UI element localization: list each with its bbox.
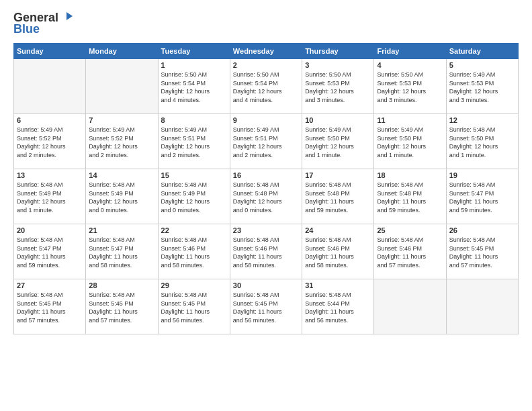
day-cell-2: 2Sunrise: 5:50 AM Sunset: 5:54 PM Daylig…: [230, 59, 302, 114]
day-number: 23: [233, 226, 299, 234]
day-cell-27: 27Sunrise: 5:48 AM Sunset: 5:45 PM Dayli…: [14, 279, 86, 334]
day-info: Sunrise: 5:48 AM Sunset: 5:49 PM Dayligh…: [161, 181, 227, 214]
day-info: Sunrise: 5:48 AM Sunset: 5:48 PM Dayligh…: [233, 181, 299, 214]
day-cell-31: 31Sunrise: 5:48 AM Sunset: 5:44 PM Dayli…: [302, 279, 374, 334]
day-info: Sunrise: 5:48 AM Sunset: 5:44 PM Dayligh…: [305, 291, 371, 324]
logo-flag-icon: [60, 11, 73, 23]
day-cell-14: 14Sunrise: 5:48 AM Sunset: 5:49 PM Dayli…: [86, 169, 158, 224]
day-number: 18: [377, 171, 443, 179]
day-number: 22: [161, 226, 227, 234]
day-info: Sunrise: 5:48 AM Sunset: 5:49 PM Dayligh…: [89, 181, 154, 214]
day-cell-21: 21Sunrise: 5:48 AM Sunset: 5:47 PM Dayli…: [86, 224, 158, 279]
day-number: 10: [305, 116, 371, 124]
day-cell-17: 17Sunrise: 5:48 AM Sunset: 5:48 PM Dayli…: [302, 169, 374, 224]
page: General Blue SundayMondayTuesdayWednesda…: [0, 0, 532, 411]
day-cell-26: 26Sunrise: 5:48 AM Sunset: 5:45 PM Dayli…: [446, 224, 518, 279]
day-info: Sunrise: 5:49 AM Sunset: 5:51 PM Dayligh…: [161, 126, 227, 159]
day-cell-5: 5Sunrise: 5:49 AM Sunset: 5:53 PM Daylig…: [446, 59, 518, 114]
day-cell-11: 11Sunrise: 5:49 AM Sunset: 5:50 PM Dayli…: [374, 114, 446, 169]
weekday-monday: Monday: [86, 44, 158, 59]
week-row-2: 6Sunrise: 5:49 AM Sunset: 5:52 PM Daylig…: [14, 114, 519, 169]
day-number: 28: [89, 281, 154, 289]
day-info: Sunrise: 5:48 AM Sunset: 5:45 PM Dayligh…: [449, 236, 515, 269]
logo-blue: Blue: [13, 22, 40, 36]
day-cell-8: 8Sunrise: 5:49 AM Sunset: 5:51 PM Daylig…: [158, 114, 230, 169]
day-number: 9: [233, 116, 299, 124]
day-number: 24: [305, 226, 371, 234]
day-number: 15: [161, 171, 227, 179]
day-info: Sunrise: 5:49 AM Sunset: 5:53 PM Dayligh…: [449, 71, 515, 104]
day-cell-23: 23Sunrise: 5:48 AM Sunset: 5:46 PM Dayli…: [230, 224, 302, 279]
day-number: 11: [377, 116, 443, 124]
day-cell-19: 19Sunrise: 5:48 AM Sunset: 5:47 PM Dayli…: [446, 169, 518, 224]
day-number: 20: [17, 226, 83, 234]
day-number: 6: [17, 116, 83, 124]
day-cell-28: 28Sunrise: 5:48 AM Sunset: 5:45 PM Dayli…: [86, 279, 158, 334]
day-cell-24: 24Sunrise: 5:48 AM Sunset: 5:46 PM Dayli…: [302, 224, 374, 279]
day-number: 3: [305, 61, 371, 69]
day-cell-22: 22Sunrise: 5:48 AM Sunset: 5:46 PM Dayli…: [158, 224, 230, 279]
day-info: Sunrise: 5:50 AM Sunset: 5:53 PM Dayligh…: [305, 71, 371, 104]
day-info: Sunrise: 5:48 AM Sunset: 5:50 PM Dayligh…: [449, 126, 515, 159]
day-cell-20: 20Sunrise: 5:48 AM Sunset: 5:47 PM Dayli…: [14, 224, 86, 279]
day-cell-18: 18Sunrise: 5:48 AM Sunset: 5:48 PM Dayli…: [374, 169, 446, 224]
day-number: 1: [161, 61, 227, 69]
day-number: 14: [89, 171, 154, 179]
day-info: Sunrise: 5:50 AM Sunset: 5:53 PM Dayligh…: [377, 71, 443, 104]
day-info: Sunrise: 5:50 AM Sunset: 5:54 PM Dayligh…: [233, 71, 299, 104]
day-cell-15: 15Sunrise: 5:48 AM Sunset: 5:49 PM Dayli…: [158, 169, 230, 224]
day-info: Sunrise: 5:48 AM Sunset: 5:49 PM Dayligh…: [17, 181, 83, 214]
day-info: Sunrise: 5:50 AM Sunset: 5:54 PM Dayligh…: [161, 71, 227, 104]
day-info: Sunrise: 5:48 AM Sunset: 5:46 PM Dayligh…: [305, 236, 371, 269]
day-info: Sunrise: 5:48 AM Sunset: 5:45 PM Dayligh…: [17, 291, 83, 324]
day-number: 7: [89, 116, 154, 124]
day-cell-1: 1Sunrise: 5:50 AM Sunset: 5:54 PM Daylig…: [158, 59, 230, 114]
day-cell-4: 4Sunrise: 5:50 AM Sunset: 5:53 PM Daylig…: [374, 59, 446, 114]
day-info: Sunrise: 5:48 AM Sunset: 5:45 PM Dayligh…: [161, 291, 227, 324]
week-row-4: 20Sunrise: 5:48 AM Sunset: 5:47 PM Dayli…: [14, 224, 519, 279]
weekday-sunday: Sunday: [14, 44, 86, 59]
day-info: Sunrise: 5:48 AM Sunset: 5:46 PM Dayligh…: [377, 236, 443, 269]
day-number: 8: [161, 116, 227, 124]
svg-marker-0: [66, 12, 73, 20]
weekday-tuesday: Tuesday: [158, 44, 230, 59]
day-cell-7: 7Sunrise: 5:49 AM Sunset: 5:52 PM Daylig…: [86, 114, 158, 169]
day-cell-30: 30Sunrise: 5:48 AM Sunset: 5:45 PM Dayli…: [230, 279, 302, 334]
day-number: 29: [161, 281, 227, 289]
day-number: 17: [305, 171, 371, 179]
day-info: Sunrise: 5:49 AM Sunset: 5:50 PM Dayligh…: [305, 126, 371, 159]
week-row-3: 13Sunrise: 5:48 AM Sunset: 5:49 PM Dayli…: [14, 169, 519, 224]
day-number: 2: [233, 61, 299, 69]
week-row-5: 27Sunrise: 5:48 AM Sunset: 5:45 PM Dayli…: [14, 279, 519, 334]
weekday-wednesday: Wednesday: [230, 44, 302, 59]
day-info: Sunrise: 5:49 AM Sunset: 5:52 PM Dayligh…: [89, 126, 154, 159]
day-cell-29: 29Sunrise: 5:48 AM Sunset: 5:45 PM Dayli…: [158, 279, 230, 334]
day-number: 16: [233, 171, 299, 179]
day-number: 21: [89, 226, 154, 234]
weekday-friday: Friday: [374, 44, 446, 59]
day-number: 13: [17, 171, 83, 179]
logo: General Blue: [13, 11, 73, 36]
weekday-saturday: Saturday: [446, 44, 518, 59]
day-number: 19: [449, 171, 515, 179]
day-number: 25: [377, 226, 443, 234]
day-number: 4: [377, 61, 443, 69]
day-info: Sunrise: 5:48 AM Sunset: 5:47 PM Dayligh…: [89, 236, 154, 269]
day-number: 12: [449, 116, 515, 124]
day-info: Sunrise: 5:48 AM Sunset: 5:45 PM Dayligh…: [89, 291, 154, 324]
empty-cell: [14, 59, 86, 114]
day-info: Sunrise: 5:48 AM Sunset: 5:45 PM Dayligh…: [233, 291, 299, 324]
day-info: Sunrise: 5:48 AM Sunset: 5:46 PM Dayligh…: [233, 236, 299, 269]
day-cell-13: 13Sunrise: 5:48 AM Sunset: 5:49 PM Dayli…: [14, 169, 86, 224]
day-info: Sunrise: 5:49 AM Sunset: 5:50 PM Dayligh…: [377, 126, 443, 159]
day-cell-3: 3Sunrise: 5:50 AM Sunset: 5:53 PM Daylig…: [302, 59, 374, 114]
weekday-header-row: SundayMondayTuesdayWednesdayThursdayFrid…: [14, 44, 519, 59]
day-number: 30: [233, 281, 299, 289]
day-number: 26: [449, 226, 515, 234]
day-info: Sunrise: 5:49 AM Sunset: 5:52 PM Dayligh…: [17, 126, 83, 159]
day-info: Sunrise: 5:48 AM Sunset: 5:48 PM Dayligh…: [377, 181, 443, 214]
day-cell-9: 9Sunrise: 5:49 AM Sunset: 5:51 PM Daylig…: [230, 114, 302, 169]
day-cell-12: 12Sunrise: 5:48 AM Sunset: 5:50 PM Dayli…: [446, 114, 518, 169]
day-number: 5: [449, 61, 515, 69]
day-number: 31: [305, 281, 371, 289]
